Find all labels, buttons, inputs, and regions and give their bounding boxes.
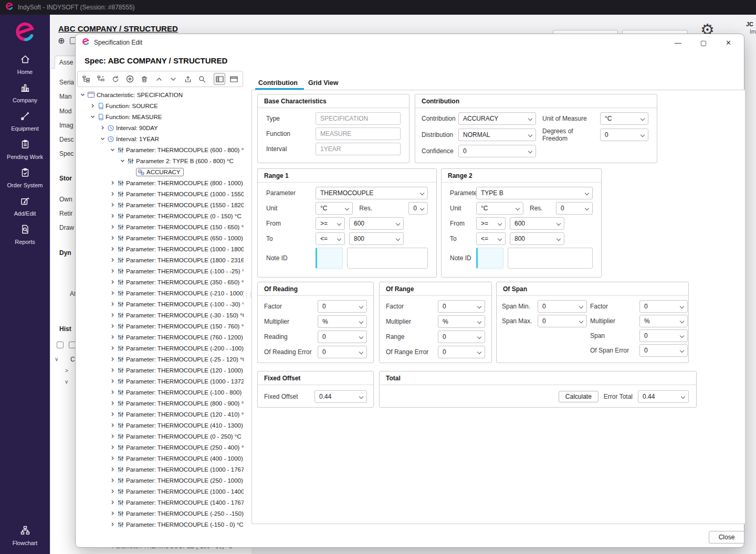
sidebar-item-equipment[interactable]: Equipment: [0, 107, 50, 135]
sidebar-item-add-edit[interactable]: Add/Edit: [0, 192, 50, 220]
fixed-offset-select[interactable]: 0.44: [314, 390, 367, 403]
tree-item[interactable]: ACCURACY: [77, 166, 244, 177]
sidebar-item-order-system[interactable]: Order System: [0, 164, 50, 192]
tree-item[interactable]: Parameter: THERMOCOUPLE (-30 - 150) °C: [77, 310, 244, 321]
tree-toolbar-icon[interactable]: [57, 342, 64, 348]
delete-icon[interactable]: [139, 73, 151, 85]
unit-select[interactable]: °C: [476, 202, 523, 215]
tree-item[interactable]: Parameter: THERMOCOUPLE (800 - 1000) °C: [77, 177, 244, 188]
error-total-select[interactable]: 0.44: [638, 390, 689, 403]
tree-item[interactable]: Parameter: THERMOCOUPLE (120 - 1000) °C: [77, 365, 244, 376]
tree-item[interactable]: Function: MEASURE: [77, 111, 244, 122]
tree-item[interactable]: Parameter: THERMOCOUPLE (150 - 760) °C: [77, 321, 244, 332]
note-id-input[interactable]: [476, 248, 503, 269]
parameter-select[interactable]: TYPE B: [476, 187, 593, 199]
degrees-of-freedom-select[interactable]: 0: [600, 129, 648, 141]
tree-item[interactable]: Parameter: THERMOCOUPLE (410 - 1300) °C: [77, 420, 244, 431]
sidebar-item-reports[interactable]: Reports: [0, 220, 50, 249]
parameter-select[interactable]: THERMOCOUPLE: [316, 187, 428, 199]
tree-item[interactable]: Parameter: THERMOCOUPLE (1800 - 2316) °C: [77, 254, 244, 265]
expand-all-icon[interactable]: [80, 73, 92, 85]
unit-of-measure-select[interactable]: °C: [600, 112, 648, 125]
tree-item[interactable]: Parameter: THERMOCOUPLE (400 - 1000) °C: [77, 453, 244, 464]
span-max-select[interactable]: 0: [538, 315, 587, 327]
factor-select[interactable]: 0: [438, 300, 485, 313]
range-select[interactable]: 0: [438, 331, 485, 343]
close-button[interactable]: Close: [709, 531, 744, 544]
maximize-button[interactable]: ▢: [700, 39, 707, 47]
of-range-error-select[interactable]: 0: [438, 346, 485, 358]
chevron-right-icon[interactable]: >: [65, 368, 68, 374]
note-text-box[interactable]: [508, 248, 593, 269]
multiplier-select[interactable]: %: [318, 315, 367, 328]
reading-select[interactable]: 0: [318, 331, 367, 343]
add-icon[interactable]: [124, 73, 136, 85]
chevron-down-icon[interactable]: ∨: [55, 356, 58, 362]
span-select[interactable]: 0: [639, 329, 688, 342]
minimize-button[interactable]: —: [675, 39, 681, 47]
tree-item[interactable]: Parameter: THERMOCOUPLE (-100 - 800) °C: [77, 387, 244, 398]
tree-item[interactable]: Parameter: THERMOCOUPLE (350 - 650) °C: [77, 276, 244, 287]
tree-item[interactable]: Parameter: THERMOCOUPLE (-100 - -30) °C: [77, 299, 244, 310]
factor-select[interactable]: 0: [318, 300, 367, 313]
to-value-select[interactable]: 800: [510, 232, 564, 245]
tree-item[interactable]: Parameter: THERMOCOUPLE (150 - 650) °C: [77, 221, 244, 232]
tree-item[interactable]: Parameter: THERMOCOUPLE (1000 - 1767) °C: [77, 464, 244, 475]
tree-item[interactable]: Parameter: THERMOCOUPLE (-25 - 120) °C: [77, 354, 244, 365]
unit-select[interactable]: °C: [316, 202, 353, 215]
of-span-error-select[interactable]: 0: [639, 344, 688, 357]
refresh-icon[interactable]: [109, 73, 121, 85]
layout-top-panel-icon[interactable]: [228, 73, 240, 85]
tab-asset[interactable]: Asse: [55, 56, 78, 69]
chevron-down-icon[interactable]: ∨: [65, 379, 68, 385]
add-icon[interactable]: ⊕: [58, 36, 65, 46]
note-id-input[interactable]: [316, 248, 343, 269]
tree-item[interactable]: Function: SOURCE: [77, 100, 244, 111]
tab-contribution[interactable]: Contribution: [257, 77, 299, 89]
factor-select[interactable]: 0: [639, 300, 688, 313]
splitter-handle[interactable]: ⋮⋮: [244, 294, 248, 305]
res-select[interactable]: 0: [408, 202, 428, 215]
confidence-select[interactable]: 0: [458, 145, 536, 157]
close-x-button[interactable]: ✕: [726, 39, 731, 47]
to-operator-select[interactable]: <=: [476, 232, 506, 245]
multiplier-select[interactable]: %: [438, 315, 485, 328]
from-value-select[interactable]: 600: [510, 217, 564, 230]
tree-item[interactable]: Parameter: THERMOCOUPLE (120 - 410) °C: [77, 409, 244, 420]
note-text-box[interactable]: [347, 248, 428, 269]
sidebar-item-home[interactable]: Home: [0, 50, 50, 79]
user-avatar[interactable]: JC: [746, 21, 753, 27]
tree-item[interactable]: Characteristic: SPECIFICATION: [77, 89, 244, 100]
from-value-select[interactable]: 600: [349, 217, 404, 230]
tab-grid-view[interactable]: Grid View: [307, 77, 339, 89]
tree-item[interactable]: Parameter: THERMOCOUPLE (0 - 150) °C: [77, 210, 244, 221]
collapse-all-icon[interactable]: [95, 73, 107, 85]
tree-item[interactable]: Parameter: THERMOCOUPLE (1400 - 1767) °C: [77, 497, 244, 508]
tree-item[interactable]: Parameter: THERMOCOUPLE (1000 - 1372) °C: [77, 376, 244, 387]
tree-item[interactable]: Parameter: THERMOCOUPLE (800 - 900) °C: [77, 398, 244, 409]
of-reading-error-select[interactable]: 0: [318, 346, 367, 358]
tree-item[interactable]: Parameter: THERMOCOUPLE (-210 - 1000) °C: [77, 287, 244, 299]
export-icon[interactable]: [182, 73, 194, 85]
to-operator-select[interactable]: <=: [316, 232, 345, 245]
multiplier-select[interactable]: %: [639, 315, 688, 327]
tree-item[interactable]: Parameter: THERMOCOUPLE (-250 - -150) °C: [77, 508, 244, 519]
move-up-icon[interactable]: [153, 73, 165, 85]
distribution-select[interactable]: NORMAL: [458, 129, 536, 141]
tree-item[interactable]: Parameter: THERMOCOUPLE (600 - 800) °C: [77, 144, 244, 155]
sidebar-item-company[interactable]: Company: [0, 79, 50, 107]
tree-item[interactable]: Interval: 1YEAR: [77, 133, 244, 144]
move-down-icon[interactable]: [167, 73, 180, 85]
tree-item[interactable]: Parameter: THERMOCOUPLE (0 - 250) °C: [77, 431, 244, 442]
span-min-select[interactable]: 0: [538, 300, 587, 313]
from-operator-select[interactable]: >=: [316, 217, 345, 230]
from-operator-select[interactable]: >=: [476, 217, 506, 230]
tree-item[interactable]: Parameter: THERMOCOUPLE (250 - 400) °C: [77, 442, 244, 453]
tree-item[interactable]: Parameter: THERMOCOUPLE (760 - 1200) °C: [77, 332, 244, 343]
tree-item[interactable]: Parameter: THERMOCOUPLE (-200 - -100) °C: [77, 343, 244, 354]
sidebar-item-flowchart[interactable]: Flowchart: [0, 521, 50, 550]
res-select[interactable]: 0: [556, 202, 593, 215]
tree-item[interactable]: Interval: 90DAY: [77, 122, 244, 133]
tree-item[interactable]: Parameter: THERMOCOUPLE (650 - 1000) °C: [77, 232, 244, 243]
tree-item[interactable]: Parameter 2: TYPE B (600 - 800) °C: [77, 155, 244, 166]
